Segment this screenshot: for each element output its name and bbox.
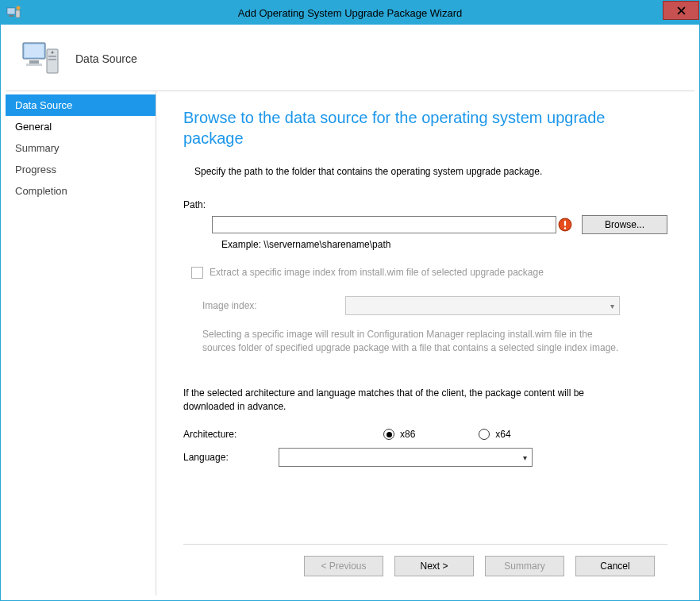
extract-checkbox-row: Extract a specific image index from inst… <box>191 266 620 279</box>
path-example: Example: \\servername\sharename\path <box>221 239 667 250</box>
svg-rect-1 <box>9 15 13 17</box>
language-row: Language: ▾ <box>183 448 667 467</box>
architecture-radio-x86[interactable]: x86 <box>383 429 415 440</box>
next-button[interactable]: Next > <box>394 556 474 576</box>
page-heading: Browse to the data source for the operat… <box>183 107 667 148</box>
svg-point-3 <box>17 6 21 10</box>
path-row: Browse... <box>212 215 667 234</box>
instruction-text: Specify the path to the folder that cont… <box>194 166 667 177</box>
svg-point-11 <box>52 51 54 53</box>
svg-point-14 <box>564 227 566 229</box>
chevron-down-icon: ▾ <box>523 453 527 462</box>
wizard-steps-sidebar: Data Source General Summary Progress Com… <box>6 91 156 595</box>
svg-rect-10 <box>48 59 56 60</box>
svg-rect-0 <box>7 8 15 14</box>
wizard-window: Add Operating System Upgrade Package Wiz… <box>0 0 700 601</box>
architecture-radio-group: x86 x64 <box>383 429 511 440</box>
architecture-note: If the selected architecture and languag… <box>183 387 636 414</box>
architecture-label: Architecture: <box>183 429 279 440</box>
svg-rect-6 <box>29 60 39 64</box>
svg-rect-2 <box>16 10 20 17</box>
language-select[interactable]: ▾ <box>279 448 533 467</box>
summary-button: Summary <box>485 556 564 576</box>
svg-rect-13 <box>564 221 566 226</box>
error-icon <box>558 218 572 232</box>
sidebar-step-progress[interactable]: Progress <box>6 159 156 180</box>
cancel-button[interactable]: Cancel <box>575 556 655 576</box>
path-input[interactable] <box>212 216 556 233</box>
previous-button: < Previous <box>304 556 383 576</box>
wizard-body: Data Source General Summary Progress Com… <box>6 91 694 595</box>
radio-x64-label: x64 <box>495 429 510 440</box>
image-index-help: Selecting a specific image will result i… <box>202 328 620 355</box>
wizard-content: Browse to the data source for the operat… <box>156 91 694 595</box>
wizard-header: Data Source <box>6 26 694 91</box>
header-title: Data Source <box>75 52 137 65</box>
architecture-radio-x64[interactable]: x64 <box>479 429 510 440</box>
sidebar-step-data-source[interactable]: Data Source <box>6 94 156 116</box>
language-label: Language: <box>183 452 279 463</box>
titlebar: Add Operating System Upgrade Package Wiz… <box>1 1 699 25</box>
svg-rect-5 <box>25 44 44 57</box>
image-index-row: Image index: ▾ <box>202 296 620 315</box>
wizard-footer: < Previous Next > Summary Cancel <box>183 544 667 588</box>
sidebar-step-summary[interactable]: Summary <box>6 137 156 159</box>
window-title: Add Operating System Upgrade Package Wiz… <box>1 7 699 19</box>
sidebar-step-completion[interactable]: Completion <box>6 180 156 202</box>
image-index-select: ▾ <box>345 296 620 315</box>
sidebar-step-general[interactable]: General <box>6 116 156 137</box>
extract-checkbox[interactable] <box>191 267 203 279</box>
svg-rect-7 <box>26 64 42 66</box>
radio-x86-label: x86 <box>400 429 415 440</box>
browse-button[interactable]: Browse... <box>582 215 667 234</box>
close-button[interactable] <box>663 1 699 20</box>
image-index-label: Image index: <box>202 300 345 311</box>
header-icon <box>20 38 61 79</box>
architecture-row: Architecture: x86 x64 <box>183 429 667 440</box>
app-icon <box>6 5 21 21</box>
chevron-down-icon: ▾ <box>610 302 614 310</box>
path-label: Path: <box>183 199 667 210</box>
extract-checkbox-label: Extract a specific image index from inst… <box>210 266 544 279</box>
svg-rect-9 <box>48 56 56 57</box>
